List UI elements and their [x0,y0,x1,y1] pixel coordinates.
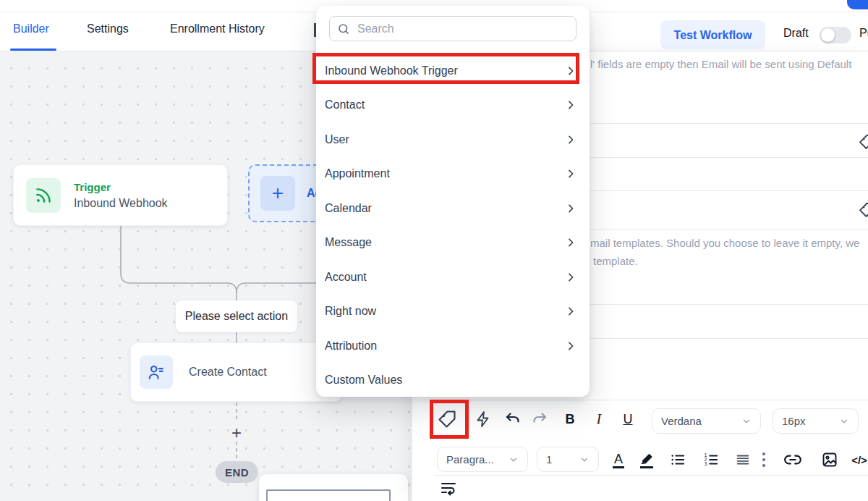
list-level-value: 1 [546,453,552,466]
end-badge: END [216,461,258,483]
redo-icon[interactable] [529,409,550,429]
menu-item-appointment[interactable]: Appointment [316,156,590,191]
chevron-right-icon [565,306,576,317]
paragraph-style-select[interactable]: Paragra... [437,447,528,472]
align-justify-icon[interactable] [733,450,752,469]
menu-item-right-now[interactable]: Right now [316,294,590,329]
tab-settings[interactable]: Settings [87,22,129,35]
toggle-knob [821,28,835,42]
svg-text:3: 3 [705,461,707,466]
tab-enrollment-history[interactable]: Enrollment History [170,22,265,35]
text-wrap-icon[interactable] [438,479,459,497]
tag-insert-icon[interactable] [434,406,460,432]
bullet-list-icon[interactable] [668,450,687,469]
chevron-down-icon [839,416,849,426]
partial-card-frame [266,489,391,501]
chevron-right-icon [565,65,576,77]
font-family-value: Verdana [661,415,702,427]
chevron-down-icon [741,416,752,426]
create-contact-node[interactable]: Create Contact [130,342,342,402]
action-picker-dropdown: Inbound Webhook Trigger Contact User App… [316,6,590,397]
italic-button[interactable]: I [590,410,608,429]
tab-builder[interactable]: Builder [13,22,49,35]
menu-item-user[interactable]: User [316,122,590,157]
list-level-select[interactable]: 1 [537,447,599,472]
toolbar-divider [434,475,868,476]
font-family-select[interactable]: Verdana [652,408,761,434]
image-icon[interactable] [820,450,840,469]
ordered-list-icon[interactable]: 1 2 3 [702,450,720,469]
paragraph-style-value: Paragra... [446,453,494,466]
code-view-button[interactable]: </> [848,450,868,469]
chevron-right-icon [565,340,576,352]
tag-merge-field-icon[interactable] [858,133,868,151]
chevron-right-icon [565,203,576,214]
branch-plus-icon[interactable]: + [228,423,245,443]
text-color-label: A [613,452,624,468]
undo-icon[interactable] [503,409,523,429]
rss-icon [26,178,61,213]
trigger-title: Inbound Webhook [74,197,168,210]
menu-item-message[interactable]: Message [316,225,590,260]
menu-item-account[interactable]: Account [316,260,590,295]
text-color-button[interactable]: A [609,450,628,470]
draft-label: Draft [783,27,809,40]
publish-toggle[interactable] [820,27,851,43]
chevron-right-icon [565,271,576,283]
helper-text-2-line2: template. [593,255,638,267]
highlight-color-icon[interactable] [637,449,657,471]
publish-label: Publish [859,27,868,40]
action-node-label: Create Contact [189,366,267,379]
lightning-icon[interactable] [472,408,495,431]
chevron-down-icon [579,455,590,465]
bold-button[interactable]: B [561,410,579,429]
chevron-right-icon [565,168,576,180]
menu-item-contact[interactable]: Contact [316,88,590,122]
helper-text-2-line1: mail templates. Should you choose to lea… [590,237,859,249]
chevron-right-icon [565,134,576,146]
select-action-prompt: Please select action [176,300,297,332]
search-icon [337,22,350,35]
search-field[interactable] [329,16,576,41]
menu-item-inbound-webhook-trigger[interactable]: Inbound Webhook Trigger [316,54,590,88]
underline-button[interactable]: U [618,410,638,429]
test-workflow-button[interactable]: Test Workflow [660,20,765,49]
font-size-select[interactable]: 16px [773,408,859,434]
trigger-node[interactable]: Trigger Inbound Webhook [13,164,228,226]
top-corner-button[interactable] [847,0,868,9]
link-icon[interactable] [782,450,804,470]
trigger-type-label: Trigger [74,181,168,193]
user-lines-icon [140,355,173,389]
menu-item-attribution[interactable]: Attribution [316,329,590,363]
menu-item-calendar[interactable]: Calendar [316,191,590,226]
field-divider [434,400,868,400]
font-size-value: 16px [782,415,806,427]
tag-merge-field-icon[interactable] [858,201,868,219]
chevron-down-icon [509,455,519,465]
chevron-right-icon [565,237,576,248]
chevron-right-icon [565,99,576,111]
partial-card [259,474,408,501]
search-input[interactable] [356,22,569,36]
menu-item-custom-values[interactable]: Custom Values [316,363,590,397]
active-tab-underline [10,49,56,51]
plus-icon: + [260,176,295,211]
more-options-icon[interactable] [758,450,770,470]
helper-text-1: l' fields are empty then Email will be s… [590,58,851,70]
